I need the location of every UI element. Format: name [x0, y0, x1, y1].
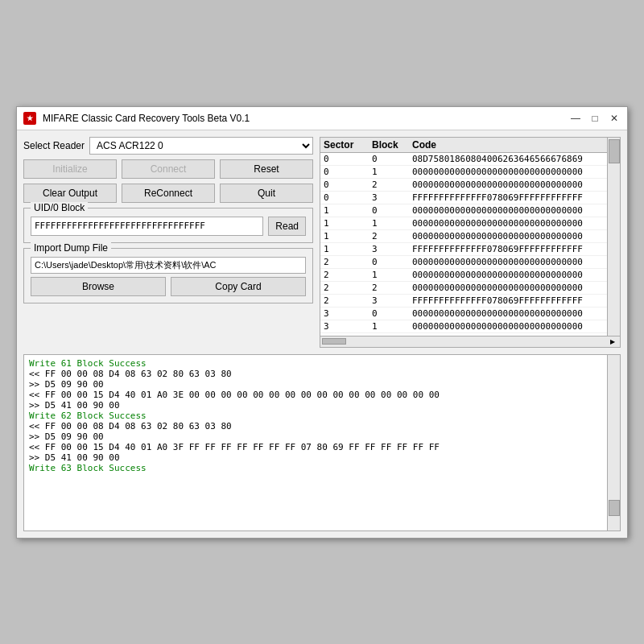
table-row[interactable]: 0 0 08D75801860804006263646566676869: [320, 153, 607, 166]
col-code: Code: [412, 139, 604, 151]
cell-sector: 0: [324, 154, 372, 164]
browse-button[interactable]: Browse: [31, 277, 166, 296]
console-line: << FF 00 00 08 D4 08 63 02 80 63 03 80: [29, 421, 602, 431]
cell-code: 00000000000000000000000000000000: [412, 321, 604, 332]
close-button[interactable]: ✕: [608, 112, 621, 125]
reconnect-button[interactable]: ReConnect: [122, 184, 215, 203]
read-button[interactable]: Read: [268, 217, 306, 236]
table-scrollbar-h[interactable]: ▶: [320, 336, 620, 347]
table-row[interactable]: 3 1 00000000000000000000000000000000: [320, 320, 607, 333]
reader-select[interactable]: ACS ACR122 0: [89, 137, 313, 155]
uid-row: Read: [31, 217, 306, 236]
table-row[interactable]: 2 0 00000000000000000000000000000000: [320, 256, 607, 269]
table-row[interactable]: 1 2 00000000000000000000000000000000: [320, 230, 607, 243]
cell-code: 08D75801860804006263646566676869: [412, 154, 604, 164]
table-row[interactable]: 1 3 FFFFFFFFFFFFFF078069FFFFFFFFFFFF: [320, 243, 607, 256]
app-icon: ★: [23, 112, 36, 125]
cell-sector: 2: [324, 257, 372, 267]
table-row[interactable]: 2 1 00000000000000000000000000000000: [320, 269, 607, 282]
connect-button[interactable]: Connect: [122, 159, 215, 179]
cell-block: 0: [372, 154, 412, 164]
cell-block: 2: [372, 283, 412, 293]
scroll-right-btn[interactable]: ▶: [607, 336, 618, 347]
minimize-button[interactable]: —: [569, 112, 582, 125]
table-scrollbar-v[interactable]: [607, 138, 620, 336]
quit-button[interactable]: Quit: [220, 184, 313, 203]
table-row[interactable]: 1 0 00000000000000000000000000000000: [320, 204, 607, 217]
bottom-section: Write 61 Block Success<< FF 00 00 08 D4 …: [17, 354, 627, 538]
cell-block: 0: [372, 205, 412, 216]
table-panel: Sector Block Code 0 0 08D758018608040062…: [320, 137, 621, 348]
cell-code: FFFFFFFFFFFFFF078069FFFFFFFFFFFF: [412, 295, 604, 306]
table-row[interactable]: 3 0 00000000000000000000000000000000: [320, 308, 607, 320]
console-line: >> D5 41 00 90 00: [29, 452, 602, 463]
cell-block: 2: [372, 231, 412, 242]
table-row[interactable]: 1 1 00000000000000000000000000000000: [320, 217, 607, 230]
scrollbar-thumb: [609, 139, 620, 163]
cell-code: 00000000000000000000000000000000: [412, 167, 604, 177]
initialize-button[interactable]: Initialize: [23, 159, 117, 179]
cell-sector: 3: [324, 308, 372, 319]
file-path-display: C:\Users\jade\Desktop\常用\技术资料\软件\AC: [31, 257, 306, 274]
window-controls: — □ ✕: [569, 112, 621, 125]
cell-block: 2: [372, 180, 412, 190]
clear-output-button[interactable]: Clear Output: [23, 184, 117, 203]
cell-block: 0: [372, 257, 412, 267]
import-group: Import Dump File C:\Users\jade\Desktop\常…: [23, 248, 313, 303]
table-wrapper: Sector Block Code 0 0 08D758018608040062…: [320, 138, 620, 347]
cell-block: 0: [372, 308, 412, 319]
browse-row: Browse Copy Card: [31, 277, 306, 296]
table-row[interactable]: 2 2 00000000000000000000000000000000: [320, 282, 607, 295]
title-text: MIFARE Classic Card Recovery Tools Beta …: [43, 113, 569, 124]
uid-legend: UID/0 Block: [31, 202, 88, 213]
cell-sector: 1: [324, 231, 372, 242]
cell-block: 1: [372, 218, 412, 229]
cell-block: 1: [372, 321, 412, 332]
title-bar: ★ MIFARE Classic Card Recovery Tools Bet…: [17, 107, 627, 130]
cell-block: 3: [372, 192, 412, 203]
table-body: 0 0 08D75801860804006263646566676869 0 1…: [320, 153, 607, 336]
cell-block: 1: [372, 167, 412, 177]
console-line: >> D5 41 00 90 00: [29, 400, 602, 411]
cell-block: 1: [372, 270, 412, 280]
button-row-1: Initialize Connect Reset: [23, 159, 313, 179]
reset-button[interactable]: Reset: [220, 159, 313, 179]
col-block: Block: [372, 139, 412, 151]
cell-code: FFFFFFFFFFFFFF078069FFFFFFFFFFFF: [412, 244, 604, 254]
cell-code: 00000000000000000000000000000000: [412, 231, 604, 242]
cell-sector: 1: [324, 205, 372, 216]
table-row[interactable]: 2 3 FFFFFFFFFFFFFF078069FFFFFFFFFFFF: [320, 295, 607, 308]
console-line: << FF 00 00 08 D4 08 63 02 80 63 03 80: [29, 369, 602, 379]
cell-code: 00000000000000000000000000000000: [412, 218, 604, 229]
cell-sector: 2: [324, 270, 372, 280]
console-panel: Write 61 Block Success<< FF 00 00 08 D4 …: [24, 355, 607, 530]
console-scrollbar-v[interactable]: [607, 355, 620, 530]
maximize-button[interactable]: □: [588, 112, 601, 125]
console-line: Write 61 Block Success: [29, 358, 602, 369]
table-row[interactable]: 0 3 FFFFFFFFFFFFFF078069FFFFFFFFFFFF: [320, 192, 607, 204]
file-path-row: C:\Users\jade\Desktop\常用\技术资料\软件\AC: [31, 257, 306, 274]
h-scrollbar-thumb: [322, 338, 346, 345]
uid-input[interactable]: [31, 217, 263, 236]
cell-sector: 1: [324, 218, 372, 229]
table-header: Sector Block Code: [320, 138, 607, 153]
cell-sector: 3: [324, 321, 372, 332]
import-legend: Import Dump File: [31, 242, 111, 254]
button-row-2: Clear Output ReConnect Quit: [23, 184, 313, 203]
cell-code: 00000000000000000000000000000000: [412, 257, 604, 267]
cell-code: 00000000000000000000000000000000: [412, 283, 604, 293]
console-line: << FF 00 00 15 D4 40 01 A0 3F FF FF FF F…: [29, 442, 602, 452]
cell-code: 00000000000000000000000000000000: [412, 180, 604, 190]
console-line: Write 63 Block Success: [29, 463, 602, 473]
console-line: << FF 00 00 15 D4 40 01 A0 3E 00 00 00 0…: [29, 390, 602, 400]
reader-row: Select Reader ACS ACR122 0: [23, 137, 313, 155]
uid-group: UID/0 Block Read: [23, 208, 313, 243]
main-window: ★ MIFARE Classic Card Recovery Tools Bet…: [16, 106, 628, 539]
console-line: >> D5 09 90 00: [29, 431, 602, 442]
table-row[interactable]: 0 2 00000000000000000000000000000000: [320, 179, 607, 192]
col-sector: Sector: [324, 139, 372, 151]
cell-sector: 2: [324, 295, 372, 306]
copy-card-button[interactable]: Copy Card: [171, 277, 306, 296]
console-wrapper: Write 61 Block Success<< FF 00 00 08 D4 …: [23, 354, 621, 531]
table-row[interactable]: 0 1 00000000000000000000000000000000: [320, 166, 607, 179]
